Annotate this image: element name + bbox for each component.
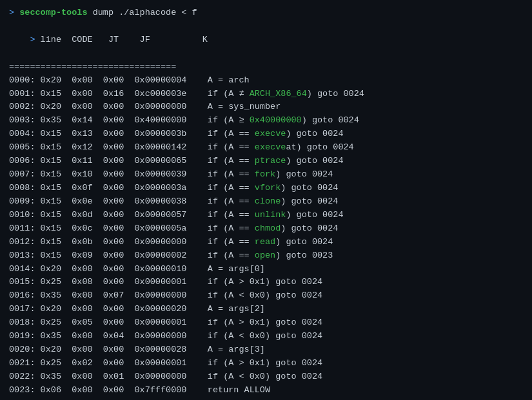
terminal-window: > seccomp-tools dump ./alphacode < f > l…	[9, 6, 523, 400]
table-row: 0004: 0x15 0x13 0x00 0x0000003b if (A ==…	[9, 128, 523, 141]
table-row: 0009: 0x15 0x0e 0x00 0x00000038 if (A ==…	[9, 195, 523, 209]
table-row: 0010: 0x15 0x0d 0x00 0x00000057 if (A ==…	[9, 209, 523, 222]
table-row: 0021: 0x25 0x02 0x00 0x00000001 if (A > …	[9, 357, 523, 370]
table-row: 0018: 0x25 0x05 0x00 0x00000001 if (A > …	[9, 316, 523, 330]
table-row: 0001: 0x15 0x00 0x16 0xc000003e if (A ≠ …	[9, 88, 523, 101]
table-row: 0015: 0x25 0x08 0x00 0x00000001 if (A > …	[9, 276, 523, 289]
command-tool: seccomp-tools	[19, 8, 87, 17]
table-row: 0023: 0x06 0x00 0x00 0x7fff0000 return A…	[9, 384, 523, 397]
table-row: 0011: 0x15 0x0c 0x00 0x0000005a if (A ==…	[9, 222, 523, 236]
table-row: 0007: 0x15 0x10 0x00 0x00000039 if (A ==…	[9, 168, 523, 182]
table-row: 0005: 0x15 0x12 0x00 0x00000142 if (A ==…	[9, 141, 523, 155]
separator: ================================	[9, 61, 523, 74]
table-row: 0008: 0x15 0x0f 0x00 0x0000003a if (A ==…	[9, 182, 523, 195]
command-args: dump ./alphacode < f	[88, 8, 197, 17]
table-row: 0006: 0x15 0x11 0x00 0x00000065 if (A ==…	[9, 155, 523, 168]
table-row: 0012: 0x15 0x0b 0x00 0x00000000 if (A ==…	[9, 236, 523, 249]
table-row: 0000: 0x20 0x00 0x00 0x00000004 A = arch	[9, 74, 523, 88]
table-row: 0022: 0x35 0x00 0x01 0x00000000 if (A < …	[9, 370, 523, 384]
header-row: > line CODE JT JF K	[9, 20, 523, 61]
table: 0000: 0x20 0x00 0x00 0x00000004 A = arch…	[9, 74, 523, 400]
table-row: 0020: 0x20 0x00 0x00 0x00000028 A = args…	[9, 343, 523, 357]
table-row: 0016: 0x35 0x00 0x07 0x00000000 if (A < …	[9, 289, 523, 303]
prompt-symbol: >	[9, 8, 19, 17]
table-row: 0014: 0x20 0x00 0x00 0x00000010 A = args…	[9, 263, 523, 276]
table-row: 0013: 0x15 0x09 0x00 0x00000002 if (A ==…	[9, 249, 523, 263]
table-row: 0003: 0x35 0x14 0x00 0x40000000 if (A ≥ …	[9, 114, 523, 128]
table-row: 0017: 0x20 0x00 0x00 0x00000020 A = args…	[9, 303, 523, 316]
command-line: > seccomp-tools dump ./alphacode < f	[9, 6, 523, 20]
table-row: 0002: 0x20 0x00 0x00 0x00000000 A = sys_…	[9, 100, 523, 114]
table-row: 0019: 0x35 0x00 0x04 0x00000000 if (A < …	[9, 330, 523, 343]
table-row: 0024: 0x06 0x00 0x00 0x00000000 return K…	[9, 397, 523, 400]
